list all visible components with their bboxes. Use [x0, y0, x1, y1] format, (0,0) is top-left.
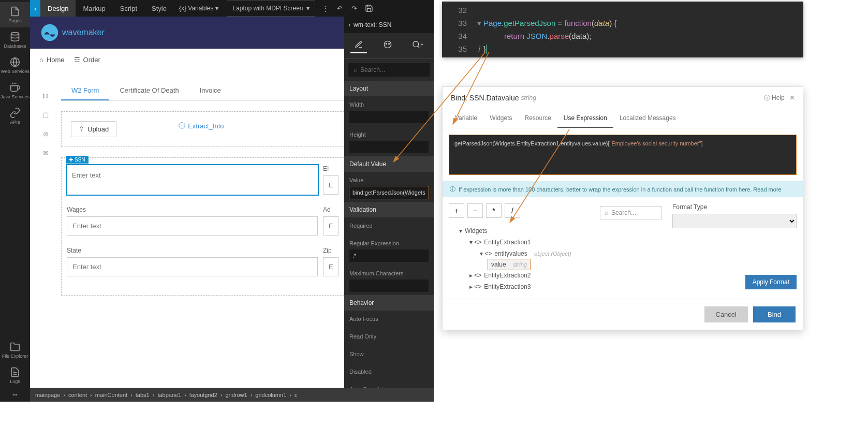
dialog-search[interactable]: ⌕Search...: [600, 206, 662, 219]
sidebar-web-label: Web Services: [1, 69, 29, 74]
props-tab-events[interactable]: +: [408, 38, 428, 53]
upload-button[interactable]: ⇪Upload: [71, 121, 116, 137]
prop-height-input[interactable]: [349, 141, 429, 153]
expression-editor[interactable]: getParsedJson(Widgets.EntityExtraction1.…: [449, 135, 796, 174]
section-validation[interactable]: Validation: [344, 202, 434, 217]
field-ad[interactable]: Ad: [323, 206, 339, 236]
prop-width-input[interactable]: [349, 111, 429, 123]
sidebar-apis[interactable]: APIs: [0, 104, 30, 129]
bind-button[interactable]: Bind: [753, 306, 796, 322]
footer-crumb[interactable]: c: [295, 392, 298, 398]
tree-widgets[interactable]: ▾ Widgets: [449, 225, 662, 237]
undo-icon[interactable]: ↶: [333, 0, 347, 17]
state-input[interactable]: [67, 257, 318, 276]
prop-regex-label: Regular Expression: [349, 240, 429, 246]
save-icon[interactable]: [362, 0, 376, 17]
sidebar-web-services[interactable]: Web Services: [0, 53, 30, 78]
footer-crumb[interactable]: gridrow1: [225, 392, 247, 398]
close-icon[interactable]: ×: [790, 93, 795, 102]
cancel-button[interactable]: Cancel: [704, 306, 748, 322]
prop-value-input[interactable]: [349, 186, 429, 199]
ein-input[interactable]: [323, 175, 339, 195]
props-search[interactable]: ⌕Search...: [348, 63, 430, 77]
zip-input[interactable]: [323, 257, 339, 276]
props-tab-style[interactable]: [379, 38, 396, 53]
field-ssn[interactable]: ✚SSN: [67, 165, 318, 195]
footer-crumb[interactable]: layoutgrid2: [189, 392, 217, 398]
mail-icon[interactable]: ✉: [43, 149, 49, 157]
section-behavior[interactable]: Behavior: [344, 295, 434, 311]
footer-crumb[interactable]: mainContent: [95, 392, 127, 398]
dlg-tab-use-expression[interactable]: Use Expression: [557, 109, 613, 128]
section-layout[interactable]: Layout: [344, 81, 434, 96]
tab-certificate[interactable]: Certificate Of Death: [109, 81, 189, 100]
line-number: 32: [446, 4, 467, 17]
op-slash[interactable]: /: [505, 203, 520, 218]
help-link[interactable]: ⓘ Help: [764, 94, 785, 102]
format-type-select[interactable]: [672, 214, 797, 228]
dlg-tab-widgets[interactable]: Widgets: [483, 109, 518, 128]
code-editor: 32 33▾Page.getParsedJson = function(data…: [442, 2, 803, 57]
canvas-toolbar: ⫾⫾ ▢ ⊘ ✉: [30, 71, 61, 402]
section-default-value[interactable]: Default Value: [344, 156, 434, 172]
field-state[interactable]: State: [67, 247, 318, 276]
ad-input[interactable]: [323, 216, 339, 236]
prop-maxchar-input[interactable]: [349, 280, 429, 292]
apply-format-button[interactable]: Apply Format: [745, 275, 797, 289]
footer-crumb[interactable]: gridcolumn1: [255, 392, 286, 398]
tree-ee3[interactable]: ▸ <> EntityExtraction3: [449, 281, 662, 292]
tab-style[interactable]: Style: [144, 0, 174, 17]
tag-icon[interactable]: ⊘: [43, 130, 49, 138]
dlg-tab-resource[interactable]: Resource: [519, 109, 557, 128]
more-options-icon[interactable]: ⋮: [318, 0, 333, 17]
chart-icon[interactable]: ⫾⫾: [42, 92, 49, 99]
sidebar-pages[interactable]: Pages: [0, 2, 30, 27]
search-icon: ⌕: [605, 209, 608, 216]
prop-regex-input[interactable]: [349, 249, 429, 262]
footer-crumb[interactable]: tabs1: [136, 392, 150, 398]
tab-invoice[interactable]: Invoice: [189, 81, 231, 100]
op-plus[interactable]: +: [449, 203, 464, 218]
field-ein[interactable]: EI: [323, 165, 339, 195]
variables-dropdown[interactable]: {x} Variables ▾: [174, 0, 224, 17]
dlg-tab-variable[interactable]: Variable: [449, 109, 483, 128]
dialog-footer: Cancel Bind: [443, 299, 803, 330]
tree-entityvalues[interactable]: ▾ <> entityvalues object (Object): [449, 248, 662, 259]
footer-crumb[interactable]: mainpage: [35, 392, 60, 398]
sidebar-more[interactable]: •••: [0, 388, 30, 402]
field-wages[interactable]: Wages: [67, 206, 318, 236]
device-dropdown[interactable]: Laptop with MDPI Screen ▾: [227, 0, 315, 17]
extract-info-link[interactable]: ⓘExtract_Info: [179, 121, 224, 130]
tab-design[interactable]: Design: [40, 0, 76, 17]
op-minus[interactable]: −: [467, 203, 483, 218]
sidebar-logs[interactable]: Logs: [0, 363, 30, 388]
expand-sidebar-button[interactable]: ›: [30, 0, 40, 17]
sidebar-java-services[interactable]: Java Services: [0, 78, 30, 104]
wages-input[interactable]: [67, 216, 318, 236]
tree-value[interactable]: value string: [488, 259, 530, 270]
selection-tag: ✚SSN: [66, 156, 89, 164]
breadcrumb-order[interactable]: ☲Order: [74, 56, 100, 64]
form-tabs: W2 Form Certificate Of Death Invoice: [61, 81, 344, 101]
redo-icon[interactable]: ↷: [347, 0, 362, 17]
tab-w2-form[interactable]: W2 Form: [61, 81, 109, 100]
footer-crumb[interactable]: tabpane1: [157, 392, 181, 398]
op-star[interactable]: *: [486, 203, 502, 218]
properties-panel: › wm-text: SSN + ⌕Search... Layout Width…: [344, 17, 434, 402]
field-zip[interactable]: Zip: [323, 247, 339, 276]
state-label: State: [67, 247, 318, 254]
chevron-right-icon[interactable]: ›: [348, 21, 350, 28]
tree-ee1[interactable]: ▾ <> EntityExtraction1: [449, 237, 662, 248]
sidebar-file-explorer[interactable]: File Explorer: [0, 337, 30, 363]
dlg-tab-localized[interactable]: Localized Messages: [613, 109, 682, 128]
tab-markup[interactable]: Markup: [76, 0, 112, 17]
breadcrumb-home[interactable]: ⌂Home: [39, 56, 65, 64]
svg-point-2: [41, 24, 58, 41]
footer-crumb[interactable]: content: [68, 392, 87, 398]
ssn-input[interactable]: [67, 165, 318, 185]
page-icon[interactable]: ▢: [42, 111, 49, 119]
sidebar-databases[interactable]: Databases: [0, 27, 30, 53]
props-tab-edit[interactable]: [350, 38, 367, 53]
tree-ee2[interactable]: ▸ <> EntityExtraction2: [449, 270, 662, 281]
tab-script[interactable]: Script: [113, 0, 144, 17]
